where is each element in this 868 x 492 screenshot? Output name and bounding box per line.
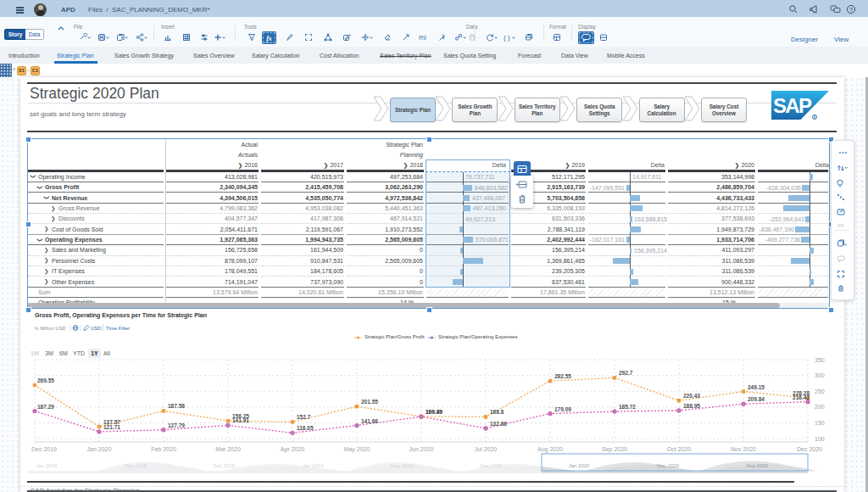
svg-text:187.29: 187.29 <box>37 404 54 410</box>
svg-text:Dec 2019: Dec 2019 <box>31 446 57 452</box>
svg-text:121.71: 121.71 <box>103 424 120 430</box>
svg-text:?: ? <box>849 6 854 14</box>
svg-text:209.84: 209.84 <box>748 396 765 402</box>
svg-text:269.55: 269.55 <box>37 377 54 383</box>
svg-text:282.55: 282.55 <box>554 373 571 379</box>
svg-text:R9: R9 <box>837 223 844 228</box>
svg-text:Jan 2020: Jan 2020 <box>569 463 590 468</box>
svg-text:188.95: 188.95 <box>683 403 700 409</box>
svg-text:350: 350 <box>815 357 825 363</box>
svg-text:292.7: 292.7 <box>619 370 633 376</box>
svg-text:249.15: 249.15 <box>748 384 765 390</box>
svg-text:Oct 2020: Oct 2020 <box>667 446 692 452</box>
svg-text:Jan 2020: Jan 2020 <box>87 446 112 452</box>
svg-text:168.8: 168.8 <box>490 409 504 415</box>
svg-text:Apr 2020: Apr 2020 <box>281 446 305 453</box>
svg-text:141.91: 141.91 <box>232 417 249 423</box>
svg-text:179.09: 179.09 <box>554 406 571 412</box>
svg-text:Jun 2020: Jun 2020 <box>409 446 434 452</box>
svg-text:Sep 2020: Sep 2020 <box>746 463 768 468</box>
svg-text:201.55: 201.55 <box>361 399 378 405</box>
svg-text:141.66: 141.66 <box>361 418 378 424</box>
svg-text:fx: fx <box>266 34 272 42</box>
svg-text:Dec 2020: Dec 2020 <box>797 446 822 452</box>
svg-text:R9: R9 <box>419 35 426 41</box>
svg-text:Feb 2020: Feb 2020 <box>151 446 176 452</box>
svg-text:220.43: 220.43 <box>683 393 700 399</box>
svg-text:185.72: 185.72 <box>619 404 636 410</box>
svg-text:Mar 2020: Mar 2020 <box>215 446 241 452</box>
svg-text:127.79: 127.79 <box>168 422 185 428</box>
svg-text:300: 300 <box>815 372 825 378</box>
svg-text:May 2020: May 2020 <box>344 446 370 453</box>
svg-text:200: 200 <box>815 404 825 410</box>
svg-text:{ }: { } <box>504 34 510 42</box>
svg-text:100: 100 <box>815 436 825 442</box>
svg-text:150: 150 <box>815 420 825 426</box>
svg-text:Aug 2020: Aug 2020 <box>537 446 563 453</box>
svg-text:SAP: SAP <box>773 94 812 117</box>
svg-text:169.49: 169.49 <box>426 409 442 415</box>
svg-text:152.7: 152.7 <box>297 414 311 420</box>
svg-text:118.05: 118.05 <box>297 425 314 431</box>
svg-text:187.58: 187.58 <box>168 403 185 409</box>
svg-text:216.42: 216.42 <box>793 394 810 400</box>
svg-text:Jul 2020: Jul 2020 <box>475 446 498 452</box>
svg-text:Nov 2020: Nov 2020 <box>731 446 756 452</box>
svg-text:Sep 2020: Sep 2020 <box>602 446 627 453</box>
svg-text:May 2020: May 2020 <box>657 463 680 468</box>
svg-text:250: 250 <box>815 389 825 394</box>
svg-text:132.66: 132.66 <box>490 421 507 427</box>
